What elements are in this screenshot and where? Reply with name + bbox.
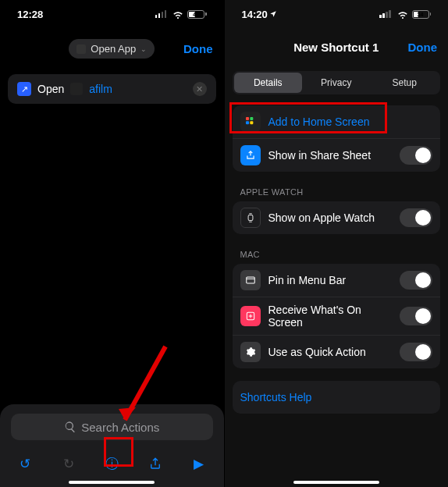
done-button[interactable]: Done <box>183 42 213 55</box>
left-screen: 12:28 41 Open App ⌄ Done ↗ Open afilm ✕ … <box>0 0 225 487</box>
row-label: Receive What's On Screen <box>268 304 393 329</box>
search-icon <box>64 421 76 433</box>
status-time: 14:20 <box>242 9 268 20</box>
group-watch: Show on Apple Watch <box>233 201 441 234</box>
home-indicator <box>293 481 379 484</box>
status-indicators: 34 <box>379 8 431 20</box>
action-type-pill[interactable]: Open App ⌄ <box>69 39 155 59</box>
status-bar: 12:28 41 <box>0 0 224 28</box>
share-sheet-icon <box>240 145 261 165</box>
status-indicators: 41 <box>155 8 207 20</box>
shortcuts-help-row[interactable]: Shortcuts Help <box>233 381 441 414</box>
annotation-highlight-info <box>104 437 133 467</box>
open-action-icon: ↗ <box>17 82 31 96</box>
tab-details[interactable]: Details <box>234 73 303 93</box>
share-sheet-toggle[interactable] <box>400 146 432 165</box>
action-verb: Open <box>37 83 64 95</box>
pin-in-menu-bar-row: Pin in Menu Bar <box>233 264 441 297</box>
nav-header: Open App ⌄ Done <box>0 28 224 69</box>
segmented-control[interactable]: Details Privacy Setup <box>233 71 441 94</box>
section-header-mac: Mac <box>240 250 433 259</box>
undo-button[interactable]: ↺ <box>14 453 36 475</box>
status-time: 12:28 <box>17 9 43 20</box>
svg-rect-6 <box>248 215 253 221</box>
row-label: Use as Quick Action <box>268 346 393 358</box>
right-screen: 14:20 34 New Shortcut 1 Done Details Pri… <box>225 0 449 487</box>
page-title: New Shortcut 1 <box>293 41 379 54</box>
tab-setup[interactable]: Setup <box>371 73 439 93</box>
done-button[interactable]: Done <box>408 41 438 54</box>
app-glyph-icon <box>76 44 86 54</box>
battery-icon: 41 <box>187 10 207 19</box>
location-icon <box>269 10 277 18</box>
gear-icon <box>240 342 261 362</box>
status-bar: 14:20 34 <box>225 0 449 28</box>
apple-watch-icon <box>240 208 261 228</box>
search-input[interactable]: Search Actions <box>11 414 213 440</box>
row-label: Pin in Menu Bar <box>268 274 393 286</box>
cellular-icon <box>379 10 391 18</box>
annotation-highlight-addhome <box>229 102 387 133</box>
action-param[interactable]: afilm <box>89 83 112 95</box>
redo-button[interactable]: ↻ <box>58 453 80 475</box>
svg-rect-7 <box>246 277 254 283</box>
app-param-icon <box>70 83 83 95</box>
pin-menubar-toggle[interactable] <box>400 271 432 290</box>
empty-canvas <box>0 108 224 404</box>
show-on-apple-watch-row: Show on Apple Watch <box>233 201 441 234</box>
tab-privacy[interactable]: Privacy <box>302 73 371 93</box>
row-label: Show in Share Sheet <box>268 149 393 162</box>
chevron-down-icon: ⌄ <box>140 45 147 53</box>
wifi-icon <box>172 8 184 20</box>
receive-on-screen-row: Receive What's On Screen <box>233 297 441 335</box>
action-row[interactable]: ↗ Open afilm ✕ <box>8 74 216 104</box>
clear-action-button[interactable]: ✕ <box>193 82 207 96</box>
group-mac: Pin in Menu Bar Receive What's On Screen… <box>233 264 441 368</box>
share-button[interactable] <box>144 453 166 475</box>
play-button[interactable]: ▶ <box>188 453 210 475</box>
section-header-watch: Apple Watch <box>240 187 433 197</box>
pill-label: Open App <box>91 43 136 55</box>
nav-header: New Shortcut 1 Done <box>225 28 449 66</box>
quick-action-row: Use as Quick Action <box>233 335 441 368</box>
apple-watch-toggle[interactable] <box>400 208 432 227</box>
receive-toggle[interactable] <box>400 307 432 325</box>
menubar-icon <box>240 270 261 290</box>
cellular-icon <box>155 10 167 18</box>
quick-action-toggle[interactable] <box>400 343 432 361</box>
row-label: Show on Apple Watch <box>268 212 393 224</box>
show-in-share-sheet-row: Show in Share Sheet <box>233 138 441 172</box>
status-time-area: 14:20 <box>242 9 277 20</box>
battery-icon: 34 <box>412 10 432 19</box>
search-placeholder: Search Actions <box>81 421 159 434</box>
wifi-icon <box>396 8 409 20</box>
home-indicator <box>69 481 155 484</box>
group-help: Shortcuts Help <box>233 381 441 414</box>
row-label: Shortcuts Help <box>240 391 433 403</box>
receive-icon <box>240 306 261 326</box>
